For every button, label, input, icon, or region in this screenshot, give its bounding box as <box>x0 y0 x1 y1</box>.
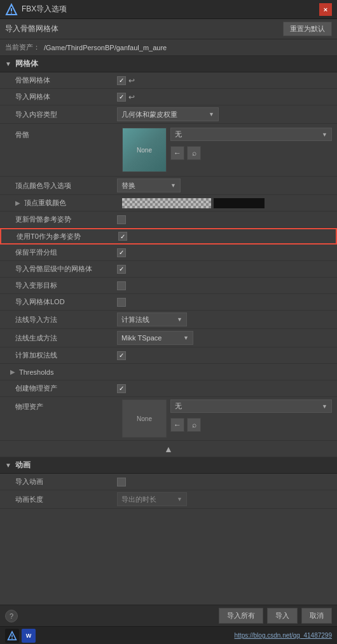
skeleton-mesh-undo-icon: ↩ <box>128 76 135 85</box>
import-mesh-value: ↩ <box>117 93 332 102</box>
mesh-section-arrow: ▼ <box>5 60 11 67</box>
animation-length-row: 动画长度 导出的时长 ▼ <box>0 490 337 509</box>
animation-length-selected: 导出的时长 <box>121 495 156 504</box>
main-content: ▼ 网格体 骨骼网格体 ↩ 导入网格体 ↩ 导入内容类型 几何体和蒙皮权重 ▼ … <box>0 56 337 605</box>
vertex-override-color-arrow: ▶ <box>15 199 20 206</box>
use-t0-as-ref-checkbox[interactable] <box>118 232 127 241</box>
physics-asset-top: None 无 ▼ ← ⌕ <box>122 399 332 438</box>
thresholds-row[interactable]: ▶ Thresholds <box>0 364 337 380</box>
title-bar: FBX导入选项 × <box>0 0 337 19</box>
skeleton-right: 无 ▼ ← ⌕ <box>170 128 332 160</box>
mesh-section-title: 网格体 <box>15 58 38 69</box>
create-physics-asset-checkbox[interactable] <box>117 384 126 393</box>
animation-length-value: 导出的时长 ▼ <box>117 492 332 506</box>
normal-import-method-dropdown[interactable]: 计算法线 ▼ <box>117 312 187 326</box>
update-skeleton-ref-checkbox[interactable] <box>117 215 126 224</box>
physics-asset-dropdown-arrow: ▼ <box>322 403 327 410</box>
animation-length-arrow: ▼ <box>177 496 182 502</box>
compute-weighted-normals-value <box>117 351 332 360</box>
vertex-color-import-label: 顶点颜色导入选项 <box>15 181 117 191</box>
skeleton-mesh-row: 骨骼网格体 ↩ <box>0 72 337 89</box>
update-skeleton-ref-value <box>117 215 332 224</box>
import-meshes-in-bone-hierarchy-label: 导入骨骼层级中的网格体 <box>15 264 117 274</box>
import-mesh-checkbox[interactable] <box>117 93 126 102</box>
csdn-logo: W <box>22 629 36 643</box>
normal-generation-method-arrow: ▼ <box>183 335 189 341</box>
preserve-smoothing-checkbox[interactable] <box>117 248 126 257</box>
skeleton-content: None 无 ▼ ← ⌕ <box>122 128 332 172</box>
import-content-type-row: 导入内容类型 几何体和蒙皮权重 ▼ <box>0 105 337 124</box>
normal-import-method-value: 计算法线 ▼ <box>117 312 332 326</box>
toolbar: 导入骨骼网格体 重置为默认 <box>0 19 337 39</box>
physics-asset-none-dropdown[interactable]: 无 ▼ <box>170 399 332 413</box>
use-t0-as-ref-label: 使用T0作为参考姿势 <box>17 232 118 241</box>
skeleton-none-dropdown[interactable]: 无 ▼ <box>170 128 332 141</box>
compute-weighted-normals-checkbox[interactable] <box>117 351 126 360</box>
reset-button[interactable]: 重置为默认 <box>283 22 332 36</box>
use-t0-as-ref-value <box>118 232 331 241</box>
import-button[interactable]: 导入 <box>267 608 298 624</box>
import-mesh-lod-row: 导入网格体LOD <box>0 294 337 311</box>
import-content-type-label: 导入内容类型 <box>15 110 117 119</box>
import-mesh-lod-value <box>117 298 332 307</box>
animation-length-dropdown[interactable]: 导出的时长 ▼ <box>117 492 187 506</box>
import-animations-row: 导入动画 <box>0 474 337 490</box>
skeleton-search-button[interactable]: ⌕ <box>187 146 201 160</box>
svg-point-5 <box>11 638 13 639</box>
import-meshes-in-bone-hierarchy-value <box>117 265 332 274</box>
update-skeleton-ref-row: 更新骨骼参考姿势 <box>0 211 337 228</box>
physics-asset-content: None 无 ▼ ← ⌕ <box>122 399 332 438</box>
skeleton-dropdown-arrow: ▼ <box>322 131 327 138</box>
animation-section-title: 动画 <box>15 460 31 471</box>
skeleton-mesh-label: 骨骼网格体 <box>15 76 117 85</box>
physics-asset-row: 物理资产 None 无 ▼ ← <box>0 397 337 441</box>
normal-generation-method-label: 法线生成方法 <box>15 333 117 343</box>
import-meshes-in-bone-hierarchy-checkbox[interactable] <box>117 265 126 274</box>
physics-asset-none-label: 无 <box>175 401 182 411</box>
vertex-color-import-row: 顶点颜色导入选项 替换 ▼ <box>0 177 337 195</box>
skeleton-back-button[interactable]: ← <box>170 146 184 160</box>
import-content-type-value: 几何体和蒙皮权重 ▼ <box>117 107 332 121</box>
physics-asset-thumbnail: None <box>122 399 167 438</box>
update-skeleton-ref-label: 更新骨骼参考姿势 <box>15 215 117 224</box>
skeleton-mesh-checkbox[interactable] <box>117 76 126 85</box>
normal-generation-method-dropdown[interactable]: Mikk TSpace ▼ <box>117 331 193 345</box>
import-morph-targets-checkbox[interactable] <box>117 281 126 290</box>
asset-path: /Game/ThirdPersonBP/ganfaul_m_aure <box>44 44 167 51</box>
normal-import-method-selected: 计算法线 <box>121 315 149 325</box>
physics-asset-thumbnail-label: None <box>137 415 152 422</box>
help-button[interactable]: ? <box>5 610 18 622</box>
physics-asset-search-button[interactable]: ⌕ <box>187 418 201 432</box>
import-animations-checkbox[interactable] <box>117 478 126 486</box>
status-url[interactable]: https://blog.csdn.net/qq_41487299 <box>235 632 332 639</box>
mesh-section-header[interactable]: ▼ 网格体 <box>0 56 337 72</box>
normal-import-method-label: 法线导入方法 <box>15 315 117 325</box>
physics-asset-search-icon: ⌕ <box>192 420 196 429</box>
skeleton-none-label: 无 <box>175 130 182 139</box>
close-button[interactable]: × <box>319 3 332 16</box>
import-content-type-dropdown[interactable]: 几何体和蒙皮权重 ▼ <box>117 107 219 121</box>
vertex-override-checkerboard <box>122 198 211 208</box>
import-all-button[interactable]: 导入所有 <box>219 608 263 624</box>
physics-asset-back-button[interactable]: ← <box>170 418 184 432</box>
animation-section-header[interactable]: ▼ 动画 <box>0 457 337 474</box>
normal-import-method-row: 法线导入方法 计算法线 ▼ <box>0 311 337 329</box>
skeleton-thumbnail: None <box>122 128 167 172</box>
import-mesh-label: 导入网格体 <box>15 92 117 102</box>
ue-logo <box>5 629 19 643</box>
normal-generation-method-value: Mikk TSpace ▼ <box>117 331 332 345</box>
skeleton-back-icon: ← <box>174 149 181 158</box>
cancel-button[interactable]: 取消 <box>301 608 332 624</box>
normal-generation-method-selected: Mikk TSpace <box>121 334 162 342</box>
compute-weighted-normals-row: 计算加权法线 <box>0 347 337 364</box>
import-content-type-selected: 几何体和蒙皮权重 <box>121 110 177 119</box>
create-physics-asset-value <box>117 384 332 393</box>
skeleton-search-icon: ⌕ <box>192 149 196 158</box>
skeleton-mesh-value: ↩ <box>117 76 332 85</box>
status-icons: W <box>5 629 36 643</box>
import-content-type-arrow: ▼ <box>209 111 214 117</box>
thresholds-arrow: ▶ <box>10 368 15 375</box>
import-mesh-lod-checkbox[interactable] <box>117 298 126 307</box>
animation-length-label: 动画长度 <box>15 495 117 504</box>
vertex-color-import-dropdown[interactable]: 替换 ▼ <box>117 178 181 192</box>
